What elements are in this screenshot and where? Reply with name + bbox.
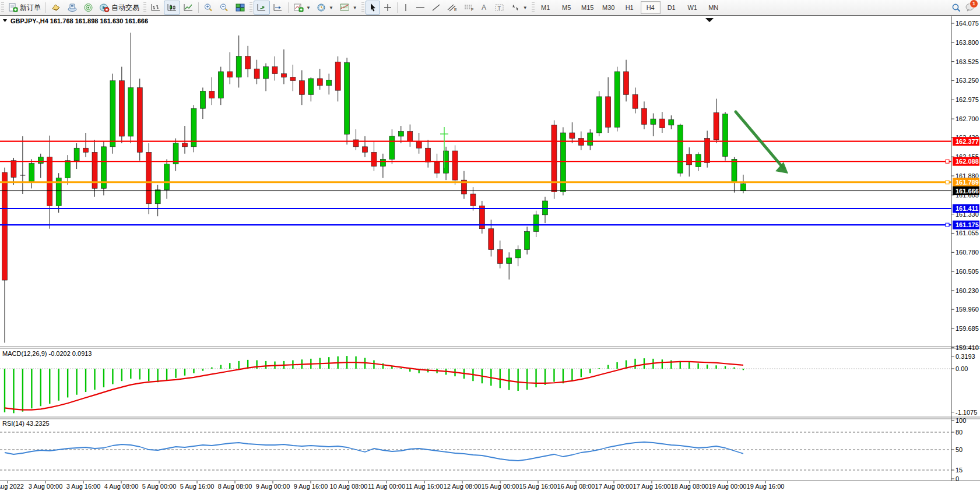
trend-arrow-shaft[interactable]	[736, 112, 784, 168]
price-tag-label: 162.377	[956, 138, 979, 145]
cursor-button[interactable]	[366, 1, 380, 15]
timeframe-m30-button[interactable]: M30	[599, 1, 619, 14]
autotrading-label: 自动交易	[111, 3, 139, 13]
crosshair-button[interactable]	[380, 1, 395, 15]
candle	[614, 72, 620, 127]
timeframe-d1-button[interactable]: D1	[662, 1, 682, 14]
text-button[interactable]: A	[477, 1, 491, 15]
market-watch-icon	[51, 3, 61, 12]
time-label: 15 Aug 16:00	[519, 483, 557, 490]
fibonacci-button[interactable]: F	[461, 1, 477, 15]
autotrading-icon	[99, 3, 110, 12]
tile-windows-button[interactable]	[232, 1, 248, 15]
candle	[236, 56, 241, 77]
time-label: 8 Aug 08:00	[218, 483, 252, 490]
price-tick-label: 163.250	[956, 77, 979, 84]
vertical-line-icon	[402, 3, 409, 12]
toolbar-grip	[143, 2, 146, 13]
zoom-out-button[interactable]	[216, 1, 232, 15]
rsi-scale-label: 80	[956, 429, 963, 436]
hline-handle[interactable]	[946, 223, 949, 227]
data-window-icon	[67, 3, 78, 12]
time-label: 9 Aug 16:00	[294, 483, 328, 490]
vertical-line-button[interactable]	[399, 1, 412, 15]
chart-marker-icon	[3, 19, 7, 22]
svg-text:F: F	[471, 8, 473, 12]
candlestick-chart-button[interactable]	[164, 1, 180, 15]
trendline-button[interactable]	[428, 1, 444, 15]
market-watch-button[interactable]	[48, 1, 64, 15]
candle	[317, 79, 322, 86]
candle	[264, 67, 269, 79]
templates-button[interactable]: ▼	[336, 1, 360, 15]
signals-icon	[83, 3, 93, 12]
timeframe-m1-button[interactable]: M1	[536, 1, 556, 14]
time-label: 3 Aug 00:00	[29, 483, 63, 490]
horizontal-line-icon	[415, 3, 426, 12]
hline-handle[interactable]	[946, 160, 949, 163]
time-label: 11 Aug 16:00	[406, 483, 443, 490]
candle	[245, 56, 251, 69]
search-icon[interactable]	[951, 3, 961, 13]
timeframe-m5-button[interactable]: M5	[557, 1, 577, 14]
candle	[641, 108, 647, 124]
timeframe-h4-button[interactable]: H4	[641, 1, 661, 14]
periods-button[interactable]: ▼	[314, 1, 336, 15]
equidistant-channel-button[interactable]: E	[444, 1, 461, 15]
text-label-button[interactable]: T	[491, 1, 508, 15]
bar-chart-icon	[150, 3, 161, 12]
macd-scale-label: -1.1075	[956, 409, 977, 416]
candle	[371, 152, 377, 166]
timeframe-h1-button[interactable]: H1	[620, 1, 640, 14]
chart-area[interactable]: 164.075163.800163.525163.250162.975162.7…	[0, 16, 980, 491]
time-label: 16 Aug 08:00	[557, 483, 595, 490]
candle	[426, 148, 431, 162]
indicators-icon	[293, 3, 304, 12]
time-label: 5 Aug 16:00	[180, 483, 215, 490]
crosshair-icon	[383, 3, 392, 12]
data-window-button[interactable]	[64, 1, 80, 15]
time-label: 19 Aug 16:00	[747, 483, 785, 490]
candle	[677, 125, 683, 173]
timeframe-m15-button[interactable]: M15	[578, 1, 598, 14]
new-order-button[interactable]: 新订单	[5, 1, 44, 15]
horizontal-line-button[interactable]	[412, 1, 428, 15]
candle	[651, 119, 656, 125]
hline-handle[interactable]	[946, 181, 949, 184]
toolbar-right: 1	[951, 2, 975, 13]
timeframe-w1-button[interactable]: W1	[683, 1, 702, 14]
candle	[596, 97, 602, 133]
candle	[363, 147, 368, 153]
candle	[525, 231, 530, 249]
rsi-scale-label: 0	[956, 475, 959, 482]
candle	[290, 77, 296, 81]
candle	[489, 229, 494, 250]
line-chart-button[interactable]	[180, 1, 196, 15]
svg-text:E: E	[454, 8, 457, 12]
auto-scroll-button[interactable]	[254, 1, 270, 15]
bar-chart-button[interactable]	[147, 1, 164, 15]
zoom-in-button[interactable]	[201, 1, 216, 15]
equidistant-channel-icon: E	[447, 3, 458, 12]
time-label: 4 Aug 08:00	[104, 483, 139, 490]
candle	[732, 159, 737, 182]
time-label: 5 Aug 00:00	[142, 483, 177, 490]
candle	[398, 132, 403, 136]
timeframe-mn-button[interactable]: MN	[704, 1, 723, 14]
svg-text:T: T	[497, 5, 501, 11]
price-tag-label: 161.789	[956, 179, 979, 186]
chart-shift-button[interactable]	[270, 1, 286, 15]
notifications-button[interactable]: 1	[965, 2, 975, 13]
signals-button[interactable]	[80, 1, 96, 15]
candle	[335, 62, 340, 90]
toolbar-grip	[250, 2, 252, 13]
indicators-button[interactable]: ▼	[290, 1, 314, 15]
toolbar-separator	[198, 2, 199, 13]
time-label: 15 Aug 00:00	[482, 483, 519, 490]
candle	[281, 74, 286, 77]
candle	[687, 154, 692, 165]
autotrading-button[interactable]: 自动交易	[96, 1, 142, 15]
mt4-window: { "toolbar": { "new_order_label": "新订单",…	[0, 0, 980, 491]
candle	[570, 133, 575, 139]
arrows-button[interactable]: ▼	[508, 1, 531, 15]
